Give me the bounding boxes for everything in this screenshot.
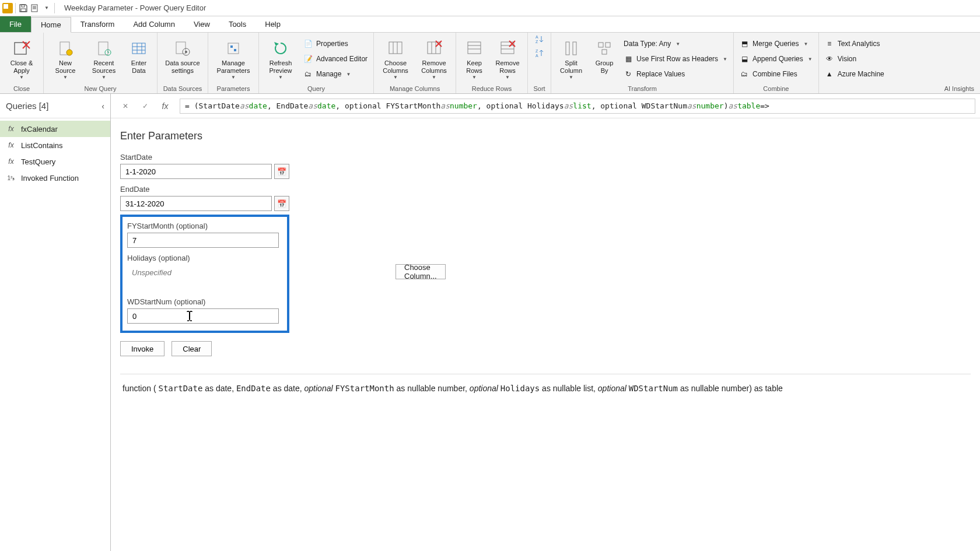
azure-icon: ▲ xyxy=(825,69,834,79)
merge-icon: ⬒ xyxy=(740,39,749,48)
enter-data-button[interactable]: Enter Data xyxy=(124,36,153,82)
query-item-listcontains[interactable]: fx ListContains xyxy=(0,137,110,153)
tab-tools[interactable]: Tools xyxy=(219,16,256,32)
keep-rows-button[interactable]: Keep Rows▼ xyxy=(460,36,489,82)
separator xyxy=(15,3,16,13)
svg-rect-9 xyxy=(176,42,186,54)
wdstart-row: WDStartNum (optional) xyxy=(127,297,282,324)
vision-button[interactable]: 👁Vision xyxy=(822,52,887,65)
ribbon-group-data-sources: Data source settings Data Sources xyxy=(158,33,208,93)
append-queries-button[interactable]: ⬓Append Queries▼ xyxy=(737,52,815,65)
refresh-preview-button[interactable]: Refresh Preview▼ xyxy=(262,36,299,82)
close-apply-button[interactable]: Close & Apply ▼ xyxy=(4,36,40,82)
holidays-input[interactable] xyxy=(127,265,279,280)
svg-text:Z: Z xyxy=(536,49,538,53)
data-source-settings-button[interactable]: Data source settings xyxy=(161,36,204,82)
ribbon-group-query: Refresh Preview▼ 📄Properties 📝Advanced E… xyxy=(259,33,374,93)
caret-icon: ▼ xyxy=(19,75,24,80)
app-icon xyxy=(2,3,13,13)
startdate-row: StartDate 📅 xyxy=(120,153,971,179)
accept-formula-icon[interactable]: ✓ xyxy=(140,101,150,111)
main-area: Queries [4] ‹ fx fxCalendar fx ListConta… xyxy=(0,94,980,551)
choose-column-button[interactable]: Choose Column... xyxy=(396,264,446,279)
ribbon-group-new-query: New Source▼ Recent Sources▼ Enter Data N… xyxy=(44,33,158,93)
recent-sources-button[interactable]: Recent Sources▼ xyxy=(86,36,122,82)
close-apply-icon xyxy=(12,38,32,58)
advanced-editor-button[interactable]: 📝Advanced Editor xyxy=(301,52,370,65)
recent-sources-icon xyxy=(94,38,114,58)
text-analytics-button[interactable]: ≡Text Analytics xyxy=(822,37,887,50)
query-item-invoked-function[interactable]: 1²₃ Invoked Function xyxy=(0,170,110,186)
remove-rows-button[interactable]: Remove Rows▼ xyxy=(491,36,524,82)
tab-file[interactable]: File xyxy=(0,16,31,32)
new-source-icon xyxy=(55,38,75,58)
first-row-headers-button[interactable]: ▦Use First Row as Headers▼ xyxy=(621,52,730,65)
remove-columns-button[interactable]: Remove Columns▼ xyxy=(416,36,452,82)
combine-files-button[interactable]: 🗂Combine Files xyxy=(737,68,815,80)
save-icon[interactable] xyxy=(18,3,29,13)
cancel-formula-icon[interactable]: ✕ xyxy=(120,101,131,111)
ribbon-group-reduce-rows: Keep Rows▼ Remove Rows▼ Reduce Rows xyxy=(456,33,528,93)
azure-ml-button[interactable]: ▲Azure Machine xyxy=(822,68,887,80)
sort-asc-icon[interactable]: AZ xyxy=(534,34,545,44)
remove-rows-icon xyxy=(498,38,517,58)
qat-caret-icon[interactable]: ▼ xyxy=(41,3,52,13)
replace-values-button[interactable]: ↻Replace Values xyxy=(621,68,730,80)
svg-rect-15 xyxy=(389,42,402,54)
new-source-button[interactable]: New Source▼ xyxy=(47,36,83,82)
fx-icon[interactable]: fx xyxy=(160,101,170,111)
query-item-testquery[interactable]: fx TestQuery xyxy=(0,153,110,170)
startdate-input[interactable] xyxy=(120,164,272,179)
quick-access-toolbar: ▼ xyxy=(0,3,58,13)
query-item-fxcalendar[interactable]: fx fxCalendar xyxy=(0,121,110,137)
enter-data-icon xyxy=(129,38,149,58)
function-icon: fx xyxy=(6,125,16,133)
split-column-button[interactable]: Split Column▼ xyxy=(555,36,587,82)
holidays-label: Holidays (optional) xyxy=(127,254,282,262)
svg-rect-27 xyxy=(602,50,607,54)
query-label: TestQuery xyxy=(21,157,55,166)
clear-button[interactable]: Clear xyxy=(172,341,212,356)
fystart-row: FYStartMonth (optional) xyxy=(127,222,282,248)
tab-home[interactable]: Home xyxy=(31,17,71,33)
wdstart-input[interactable] xyxy=(127,308,279,324)
date-picker-icon[interactable]: 📅 xyxy=(274,196,289,211)
text-analytics-icon: ≡ xyxy=(825,39,834,48)
tab-help[interactable]: Help xyxy=(256,16,290,32)
choose-columns-button[interactable]: Choose Columns▼ xyxy=(377,36,414,82)
formula-input[interactable]: = (StartDate as date , EndDate as date ,… xyxy=(180,99,975,114)
manage-parameters-button[interactable]: Manage Parameters▼ xyxy=(212,36,255,82)
svg-rect-14 xyxy=(234,49,236,51)
svg-rect-1 xyxy=(21,9,26,12)
ribbon-group-ai: ≡Text Analytics 👁Vision ▲Azure Machine A… xyxy=(819,33,980,93)
properties-button[interactable]: 📄Properties xyxy=(301,37,370,50)
function-icon: fx xyxy=(6,141,16,149)
fystart-input[interactable] xyxy=(127,233,279,248)
tab-add-column[interactable]: Add Column xyxy=(124,16,184,32)
tab-transform[interactable]: Transform xyxy=(71,16,124,32)
svg-rect-24 xyxy=(573,42,576,55)
refresh-icon xyxy=(271,38,290,58)
title-bar: ▼ Weekday Parameter - Power Query Editor xyxy=(0,0,980,16)
tab-view[interactable]: View xyxy=(184,16,219,32)
data-type-button[interactable]: Data Type: Any▼ xyxy=(621,37,730,50)
collapse-pane-icon[interactable]: ‹ xyxy=(102,101,104,111)
combine-files-icon: 🗂 xyxy=(740,69,749,79)
date-picker-icon[interactable]: 📅 xyxy=(274,164,289,179)
qat-dropdown-icon[interactable] xyxy=(30,3,40,13)
ribbon-group-close: Close & Apply ▼ Close xyxy=(0,33,44,93)
group-by-button[interactable]: Group By xyxy=(590,36,619,82)
svg-text:Z: Z xyxy=(536,40,538,44)
merge-queries-button[interactable]: ⬒Merge Queries▼ xyxy=(737,37,815,50)
manage-button[interactable]: 🗂Manage▼ xyxy=(301,68,370,80)
ribbon-group-transform: Split Column▼ Group By Data Type: Any▼ ▦… xyxy=(551,33,734,93)
svg-rect-23 xyxy=(566,42,569,55)
sort-desc-icon[interactable]: ZA xyxy=(534,48,545,58)
svg-text:A: A xyxy=(536,35,538,39)
enddate-input[interactable] xyxy=(120,196,272,211)
svg-point-11 xyxy=(185,51,187,53)
invoke-button[interactable]: Invoke xyxy=(120,341,164,356)
ribbon-group-sort: AZ ZA Sort xyxy=(528,33,551,93)
svg-rect-6 xyxy=(99,42,108,55)
enddate-label: EndDate xyxy=(120,185,971,194)
